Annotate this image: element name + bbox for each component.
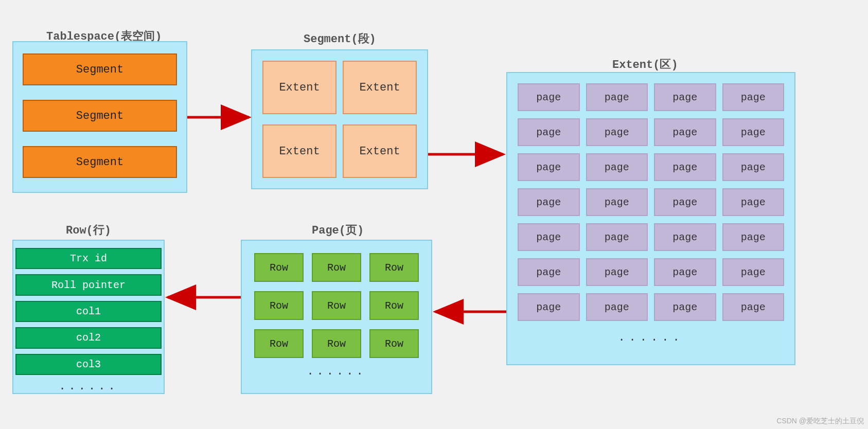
page-row-block: Row: [369, 291, 419, 320]
row-field: col3: [15, 354, 162, 375]
extent-page-block: page: [586, 153, 648, 181]
extent-page-block: page: [518, 153, 580, 181]
extent-page-block: page: [654, 293, 716, 321]
extent-page-block: page: [518, 118, 580, 146]
extent-page-block: page: [654, 188, 716, 216]
extent-page-block: page: [518, 258, 580, 286]
tablespace-segment-block: Segment: [23, 146, 177, 178]
page-row-block: Row: [254, 253, 304, 282]
extent-page-block: page: [654, 258, 716, 286]
extent-page-block: page: [654, 223, 716, 251]
extent-page-block: page: [586, 188, 648, 216]
extent-page-block: page: [586, 258, 648, 286]
extent-panel: pagepagepagepagepagepagepagepagepagepage…: [506, 72, 795, 365]
page-row-block: Row: [312, 329, 361, 358]
extent-page-block: page: [722, 223, 785, 251]
segment-panel: Extent Extent Extent Extent: [251, 49, 428, 189]
row-field: col1: [15, 301, 162, 322]
row-field: Trx id: [15, 248, 162, 269]
page-panel: RowRowRowRowRowRowRowRowRow ......: [241, 240, 432, 394]
watermark: CSDN @爱吃芝士的土豆倪: [776, 417, 864, 426]
row-field: Roll pointer: [15, 274, 162, 295]
page-row-block: Row: [254, 329, 304, 358]
extent-ellipsis: ......: [518, 331, 784, 344]
row-ellipsis: ......: [59, 380, 118, 393]
row-panel: Trx id Roll pointer col1 col2 col3 .....…: [12, 240, 165, 394]
extent-page-block: page: [518, 293, 580, 321]
page-row-block: Row: [369, 329, 419, 358]
extent-page-block: page: [654, 118, 716, 146]
page-row-block: Row: [254, 291, 304, 320]
extent-title: Extent(区): [612, 57, 678, 72]
segment-title: Segment(段): [304, 31, 376, 46]
row-title: Row(行): [66, 222, 111, 238]
tablespace-segment-block: Segment: [23, 53, 177, 85]
extent-page-block: page: [722, 118, 785, 146]
extent-page-block: page: [586, 293, 648, 321]
extent-page-block: page: [586, 83, 648, 111]
segment-extent-block: Extent: [262, 61, 336, 114]
row-field: col2: [15, 327, 162, 348]
extent-page-block: page: [722, 258, 785, 286]
page-row-block: Row: [312, 291, 361, 320]
page-title: Page(页): [312, 222, 364, 238]
extent-page-block: page: [654, 83, 716, 111]
tablespace-segment-block: Segment: [23, 100, 177, 132]
segment-extent-block: Extent: [343, 61, 417, 114]
extent-page-block: page: [586, 223, 648, 251]
page-ellipsis: ......: [254, 365, 419, 378]
extent-page-block: page: [518, 83, 580, 111]
extent-page-block: page: [722, 188, 785, 216]
extent-page-block: page: [654, 153, 716, 181]
extent-page-block: page: [518, 188, 580, 216]
segment-extent-block: Extent: [262, 124, 336, 178]
tablespace-panel: Segment Segment Segment: [12, 41, 187, 193]
page-row-block: Row: [312, 253, 361, 282]
extent-page-block: page: [518, 223, 580, 251]
extent-page-block: page: [722, 153, 785, 181]
segment-extent-block: Extent: [343, 124, 417, 178]
extent-page-block: page: [586, 118, 648, 146]
extent-page-block: page: [722, 83, 785, 111]
extent-page-block: page: [722, 293, 785, 321]
page-row-block: Row: [369, 253, 419, 282]
